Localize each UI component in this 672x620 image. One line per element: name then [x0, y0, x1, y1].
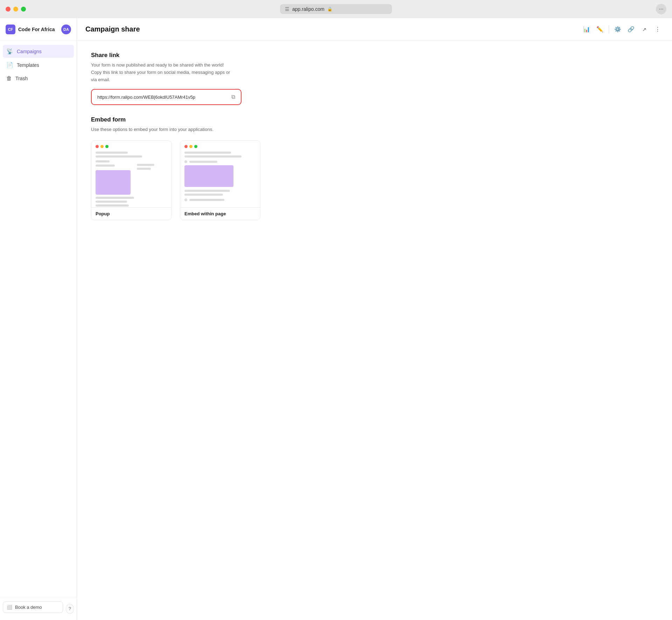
app-container: CF Code For Africa DA 📡 Campaigns 📄 Temp… — [0, 18, 672, 620]
sidebar-item-campaigns[interactable]: 📡 Campaigns — [3, 45, 74, 58]
popup-label: Popup — [91, 207, 171, 220]
share-link-desc: Your form is now published and ready to … — [91, 62, 658, 83]
link-icon: 🔗 — [628, 26, 635, 33]
preview-dot — [184, 160, 187, 163]
more-button[interactable]: ··· — [656, 4, 666, 14]
preview-line — [96, 201, 127, 203]
templates-icon: 📄 — [6, 62, 13, 68]
url-bar[interactable]: ☰ app.ralipo.com 🔒 — [280, 4, 392, 14]
maximize-button[interactable] — [21, 7, 26, 12]
preview-line — [189, 161, 217, 163]
gear-icon: ⚙️ — [614, 26, 621, 33]
preview-line — [189, 199, 224, 201]
preview-line — [96, 165, 115, 167]
settings-button[interactable]: ⚙️ — [612, 23, 624, 35]
popup-purple-block — [96, 170, 131, 195]
preview-min-dot — [100, 145, 104, 148]
preview-line — [184, 190, 230, 192]
preview-line — [96, 160, 110, 162]
org-info: CF Code For Africa — [6, 25, 55, 34]
org-name: Code For Africa — [18, 27, 55, 32]
embed-form-title: Embed form — [91, 116, 658, 123]
sidebar-header: CF Code For Africa DA — [0, 18, 77, 41]
sidebar: CF Code For Africa DA 📡 Campaigns 📄 Temp… — [0, 18, 77, 620]
popup-visual — [96, 160, 167, 207]
share-link-desc-line3: via email. — [91, 77, 110, 82]
popup-preview — [91, 141, 171, 207]
user-avatar[interactable]: DA — [61, 25, 71, 34]
preview-line — [137, 168, 151, 170]
more-actions-button[interactable]: ⋮ — [652, 23, 664, 35]
preview-line — [184, 155, 241, 158]
share-link-title: Share link — [91, 52, 658, 59]
edit-button[interactable]: ✏️ — [594, 23, 606, 35]
popup-embed-card[interactable]: Popup — [91, 140, 172, 220]
url-text: app.ralipo.com — [292, 6, 324, 12]
sidebar-item-label-trash: Trash — [15, 76, 28, 81]
share-link-desc-line1: Your form is now published and ready to … — [91, 62, 224, 68]
pencil-icon: ✏️ — [596, 26, 603, 33]
share-link-desc-line2: Copy this link to share your form on soc… — [91, 70, 230, 75]
sidebar-item-trash[interactable]: 🗑 Trash — [3, 72, 74, 85]
traffic-lights — [6, 7, 26, 12]
embed-page-visual — [184, 160, 256, 201]
share-icon: ↗ — [642, 27, 646, 32]
popup-form-block — [96, 160, 134, 207]
main-header: Campaign share 📊 ✏️ ⚙️ 🔗 ↗ — [77, 18, 672, 41]
preview-close-dot — [96, 145, 99, 148]
preview-traffic-lights-2 — [184, 145, 256, 148]
title-bar: ☰ app.ralipo.com 🔒 ··· — [0, 0, 672, 18]
share-button[interactable]: ↗ — [638, 23, 650, 35]
link-button[interactable]: 🔗 — [625, 23, 637, 35]
share-link-section: Share link Your form is now published an… — [91, 52, 658, 105]
preview-line — [96, 197, 134, 199]
chart-button[interactable]: 📊 — [581, 23, 593, 35]
org-avatar: CF — [6, 25, 15, 34]
preview-line — [184, 194, 223, 196]
preview-line — [96, 152, 128, 154]
preview-line — [96, 155, 142, 158]
popup-side-lines — [137, 160, 167, 170]
main-content: Campaign share 📊 ✏️ ⚙️ 🔗 ↗ — [77, 18, 672, 620]
sidebar-nav: 📡 Campaigns 📄 Templates 🗑 Trash — [0, 41, 77, 597]
embed-options: Popup — [91, 140, 658, 220]
lock-icon: 🔒 — [327, 7, 332, 12]
chart-icon: 📊 — [583, 26, 590, 33]
preview-max-dot-2 — [194, 145, 197, 148]
trash-icon: 🗑 — [6, 75, 12, 82]
copy-link-button[interactable]: ⧉ — [231, 94, 235, 100]
minimize-button[interactable] — [13, 7, 18, 12]
preview-min-dot-2 — [189, 145, 192, 148]
sidebar-item-templates[interactable]: 📄 Templates — [3, 58, 74, 71]
sidebar-footer: ⬜ Book a demo ? — [0, 597, 77, 620]
copy-icon: ⧉ — [231, 94, 235, 100]
book-demo-icon: ⬜ — [7, 605, 12, 610]
embed-page-card[interactable]: Embed within page — [180, 140, 260, 220]
embed-form-desc: Use these options to embed your form int… — [91, 126, 658, 133]
preview-line — [96, 204, 129, 207]
header-divider — [609, 25, 609, 34]
embed-purple-block — [184, 165, 233, 187]
book-demo-button[interactable]: ⬜ Book a demo — [3, 601, 63, 613]
preview-close-dot-2 — [184, 145, 188, 148]
preview-lines-2 — [184, 152, 256, 158]
book-demo-label: Book a demo — [15, 605, 42, 610]
more-vertical-icon: ⋮ — [655, 26, 660, 33]
sidebar-item-label-campaigns: Campaigns — [17, 49, 42, 54]
more-icon: ··· — [659, 6, 663, 12]
preview-line — [137, 164, 154, 166]
close-button[interactable] — [6, 7, 10, 12]
preview-lines — [96, 152, 167, 158]
help-button[interactable]: ? — [66, 604, 74, 614]
campaigns-icon: 📡 — [6, 48, 13, 55]
embed-form-section: Embed form Use these options to embed yo… — [91, 116, 658, 220]
share-link-url: https://form.ralipo.com/WEB|6okdIU57AMr4… — [97, 95, 229, 100]
embed-page-preview — [180, 141, 260, 207]
sidebar-item-label-templates: Templates — [17, 62, 39, 68]
ralipo-icon: ☰ — [285, 6, 289, 12]
share-link-box: https://form.ralipo.com/WEB|6okdIU57AMr4… — [91, 89, 241, 105]
preview-traffic-lights — [96, 145, 167, 148]
preview-max-dot — [105, 145, 108, 148]
main-body: Share link Your form is now published an… — [77, 41, 672, 620]
header-actions: 📊 ✏️ ⚙️ 🔗 ↗ ⋮ — [581, 23, 664, 35]
